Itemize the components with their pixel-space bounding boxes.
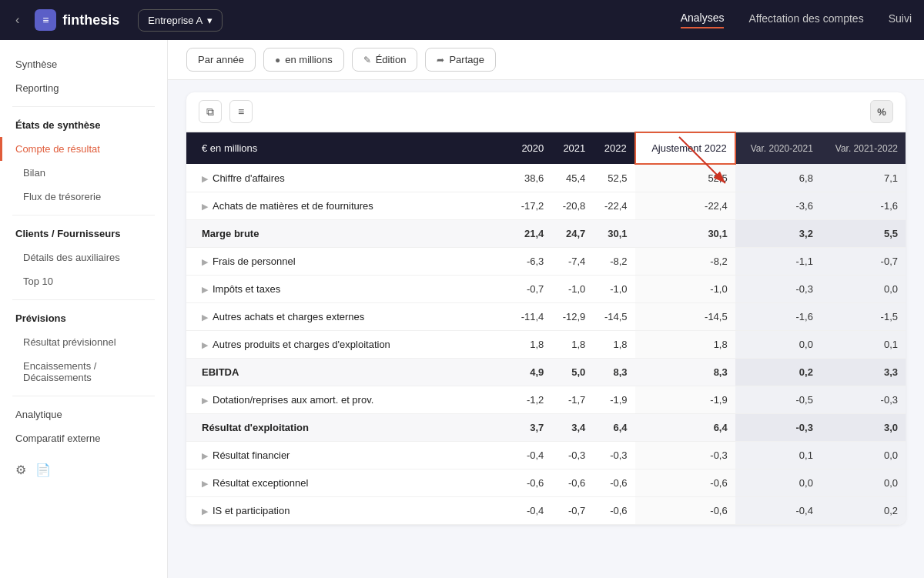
sidebar-divider-4	[12, 396, 155, 396]
sidebar-item-reporting[interactable]: Reporting	[0, 76, 167, 100]
col-header-ajustement: Ajustement 2022	[635, 132, 735, 164]
document-icon[interactable]: 📄	[35, 463, 51, 477]
table-cell-v2020: 3,7	[510, 414, 551, 442]
sidebar-item-flux[interactable]: Flux de trésorerie	[0, 185, 167, 209]
par-annee-button[interactable]: Par année	[186, 48, 256, 72]
table-cell-var1: -0,3	[735, 414, 821, 442]
sidebar-item-bilan[interactable]: Bilan	[0, 161, 167, 185]
expand-icon[interactable]: ▶	[202, 257, 208, 266]
table-cell-v2020: -17,2	[510, 192, 551, 220]
table-cell-ajust: -0,6	[635, 469, 735, 497]
table-cell-v2020: -6,3	[510, 248, 551, 276]
expand-icon[interactable]: ▶	[202, 479, 208, 488]
sidebar-item-comparatif[interactable]: Comparatif externe	[0, 426, 167, 450]
expand-icon[interactable]: ▶	[202, 506, 208, 516]
table-cell-v2022: -1,9	[593, 386, 634, 414]
table-cell-v2021: -7,4	[551, 248, 593, 276]
table-cell-ajust: -22,4	[635, 192, 735, 220]
nav-suivi[interactable]: Suivi	[889, 12, 912, 28]
en-millions-button[interactable]: ● en millions	[263, 48, 344, 72]
sidebar-label-compte: Compte de résultat	[15, 143, 100, 155]
table-cell-ajust: -0,6	[635, 497, 735, 525]
sidebar-item-compte-resultat[interactable]: Compte de résultat	[0, 137, 167, 161]
expand-icon[interactable]: ▶	[202, 202, 208, 211]
nav-links: Analyses Affectation des comptes Suivi	[681, 12, 912, 28]
sidebar-label-flux: Flux de trésorerie	[23, 191, 101, 202]
expand-icon[interactable]: ▶	[202, 312, 208, 322]
sidebar-label-encaissements: Encaissements / Décaissements	[23, 360, 152, 383]
table-cell-ajust: -8,2	[635, 248, 735, 276]
sidebar-label-previsions: Prévisions	[15, 312, 66, 324]
par-annee-label: Par année	[198, 54, 244, 65]
table-cell-v2022: 6,4	[593, 414, 634, 442]
table-row-label: ▶Achats de matières et de fournitures	[186, 192, 510, 220]
table-cell-ajust: 6,4	[635, 414, 735, 442]
table-row-label: ▶Résultat financier	[186, 442, 510, 469]
table-cell-v2021: -1,0	[551, 276, 593, 303]
partage-button[interactable]: ➦ Partage	[425, 48, 496, 72]
table-cell-ajust: 8,3	[635, 359, 735, 386]
table-cell-var2: 5,5	[821, 220, 906, 248]
sidebar-item-resultat-prev[interactable]: Résultat prévisionnel	[0, 330, 167, 354]
table-cell-ajust: 52,5	[635, 164, 735, 192]
table-row-label: Résultat d'exploitation	[186, 414, 510, 442]
table-cell-var1: 3,2	[735, 220, 821, 248]
copy-icon: ⧉	[206, 105, 214, 119]
table-cell-v2020: -1,2	[510, 386, 551, 414]
table-cell-v2022: 52,5	[593, 164, 634, 192]
table-cell-var1: 0,0	[735, 331, 821, 359]
nav-analyses[interactable]: Analyses	[681, 12, 725, 28]
company-selector[interactable]: Entreprise A ▾	[138, 9, 223, 32]
chevron-down-icon: ▾	[207, 15, 213, 26]
copy-button[interactable]: ⧉	[199, 100, 222, 123]
sort-button[interactable]: ≡	[229, 100, 253, 123]
expand-icon[interactable]: ▶	[202, 340, 208, 349]
settings-icon[interactable]: ⚙	[15, 463, 26, 477]
table-cell-var2: -0,3	[821, 386, 906, 414]
table-row-label: Marge brute	[186, 220, 510, 248]
table-cell-var2: 0,0	[821, 442, 906, 469]
table-cell-v2022: 30,1	[593, 220, 634, 248]
edition-button[interactable]: ✎ Édition	[352, 48, 418, 72]
table-row-label: ▶Frais de personnel	[186, 248, 510, 276]
table-row-label: ▶Autres produits et charges d'exploitati…	[186, 331, 510, 359]
table-cell-var2: 0,2	[821, 497, 906, 525]
main-layout: Synthèse Reporting États de synthèse Com…	[0, 40, 924, 578]
sidebar-item-encaissements[interactable]: Encaissements / Décaissements	[0, 354, 167, 389]
table-cell-var1: 0,0	[735, 469, 821, 497]
expand-icon[interactable]: ▶	[202, 396, 208, 405]
table-cell-v2022: -1,0	[593, 276, 634, 303]
col-header-2021: 2021	[551, 132, 593, 164]
en-millions-label: en millions	[285, 54, 332, 65]
table-cell-v2021: -20,8	[551, 192, 593, 220]
nav-affectation[interactable]: Affectation des comptes	[748, 12, 863, 28]
table-cell-var1: -0,4	[735, 497, 821, 525]
expand-icon[interactable]: ▶	[202, 174, 208, 183]
expand-icon[interactable]: ▶	[202, 451, 208, 460]
col-header-var1: Var. 2020-2021	[735, 132, 821, 164]
expand-icon[interactable]: ▶	[202, 285, 208, 294]
table-row-label: ▶IS et participation	[186, 497, 510, 525]
col-header-var2: Var. 2021-2022	[821, 132, 906, 164]
table-cell-v2022: -8,2	[593, 248, 634, 276]
app-name: finthesis	[62, 12, 119, 28]
back-button[interactable]: ‹	[12, 10, 22, 30]
topnav: ‹ ≡ finthesis Entreprise A ▾ Analyses Af…	[0, 0, 924, 40]
sidebar-header-etats: États de synthèse	[0, 113, 167, 137]
sidebar-item-analytique[interactable]: Analytique	[0, 403, 167, 426]
table-cell-ajust: 30,1	[635, 220, 735, 248]
table-cell-v2021: 5,0	[551, 359, 593, 386]
table-row-label: ▶Impôts et taxes	[186, 276, 510, 303]
table-cell-v2021: -1,7	[551, 386, 593, 414]
sidebar-item-details[interactable]: Détails des auxiliaires	[0, 246, 167, 269]
table-cell-v2021: -0,3	[551, 442, 593, 469]
data-table: € en millions 2020 2021 2022	[186, 132, 906, 525]
table-cell-v2020: 1,8	[510, 331, 551, 359]
col-header-label: € en millions	[186, 132, 510, 164]
percent-button[interactable]: %	[870, 100, 893, 123]
table-cell-var2: 3,3	[821, 359, 906, 386]
table-cell-v2021: -12,9	[551, 303, 593, 331]
sidebar-item-top10[interactable]: Top 10	[0, 269, 167, 293]
toolbar: Par année ● en millions ✎ Édition ➦ Part…	[168, 40, 924, 80]
sidebar-item-synthese[interactable]: Synthèse	[0, 52, 167, 76]
